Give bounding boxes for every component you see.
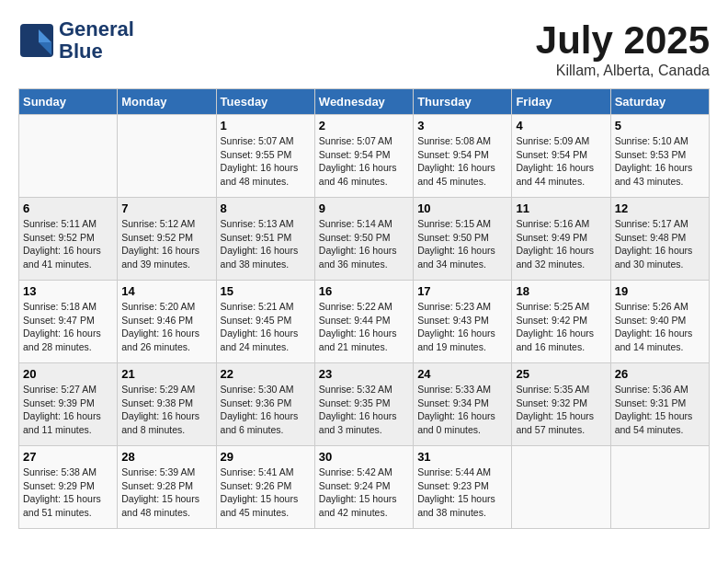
weekday-header: Thursday — [414, 89, 512, 115]
day-detail: Sunrise: 5:41 AM Sunset: 9:26 PM Dayligh… — [221, 465, 311, 520]
day-detail: Sunrise: 5:32 AM Sunset: 9:35 PM Dayligh… — [319, 383, 409, 437]
day-number: 19 — [615, 284, 705, 298]
day-number: 5 — [615, 119, 705, 132]
calendar-cell: 28Sunrise: 5:39 AM Sunset: 9:28 PM Dayli… — [118, 446, 216, 529]
month-title: July 2025 — [536, 18, 710, 63]
day-detail: Sunrise: 5:22 AM Sunset: 9:44 PM Dayligh… — [319, 300, 409, 354]
day-detail: Sunrise: 5:11 AM Sunset: 9:52 PM Dayligh… — [23, 217, 113, 271]
day-number: 30 — [319, 450, 409, 464]
day-number: 21 — [121, 367, 211, 381]
day-detail: Sunrise: 5:42 AM Sunset: 9:24 PM Dayligh… — [319, 465, 409, 520]
day-number: 10 — [417, 201, 507, 215]
day-number: 7 — [121, 201, 211, 215]
calendar-week-row: 1Sunrise: 5:07 AM Sunset: 9:55 PM Daylig… — [19, 115, 710, 198]
day-number: 18 — [516, 284, 606, 298]
day-detail: Sunrise: 5:09 AM Sunset: 9:54 PM Dayligh… — [516, 134, 606, 189]
calendar-cell: 4Sunrise: 5:09 AM Sunset: 9:54 PM Daylig… — [512, 115, 610, 198]
day-detail: Sunrise: 5:36 AM Sunset: 9:31 PM Dayligh… — [615, 383, 705, 437]
calendar-cell: 19Sunrise: 5:26 AM Sunset: 9:40 PM Dayli… — [610, 281, 709, 363]
day-detail: Sunrise: 5:35 AM Sunset: 9:32 PM Dayligh… — [516, 383, 606, 437]
logo-text: General Blue — [59, 18, 134, 63]
weekday-header: Wednesday — [314, 89, 413, 115]
day-number: 26 — [615, 367, 705, 381]
logo-icon — [18, 22, 55, 59]
calendar-cell: 2Sunrise: 5:07 AM Sunset: 9:54 PM Daylig… — [314, 115, 413, 198]
day-number: 8 — [221, 201, 311, 215]
day-number: 11 — [516, 201, 606, 215]
day-detail: Sunrise: 5:17 AM Sunset: 9:48 PM Dayligh… — [615, 217, 705, 271]
calendar-cell: 22Sunrise: 5:30 AM Sunset: 9:36 PM Dayli… — [216, 363, 314, 446]
calendar-cell: 11Sunrise: 5:16 AM Sunset: 9:49 PM Dayli… — [512, 198, 610, 281]
weekday-header: Tuesday — [216, 89, 314, 115]
day-detail: Sunrise: 5:18 AM Sunset: 9:47 PM Dayligh… — [23, 300, 113, 354]
day-detail: Sunrise: 5:39 AM Sunset: 9:28 PM Dayligh… — [121, 465, 211, 520]
calendar-body: 1Sunrise: 5:07 AM Sunset: 9:55 PM Daylig… — [19, 115, 710, 529]
calendar-cell: 10Sunrise: 5:15 AM Sunset: 9:50 PM Dayli… — [414, 198, 512, 281]
calendar-cell: 25Sunrise: 5:35 AM Sunset: 9:32 PM Dayli… — [512, 363, 610, 446]
day-number: 12 — [615, 201, 705, 215]
day-detail: Sunrise: 5:13 AM Sunset: 9:51 PM Dayligh… — [221, 217, 311, 271]
day-number: 6 — [23, 201, 113, 215]
day-number: 3 — [417, 119, 507, 132]
day-number: 14 — [121, 284, 211, 298]
calendar-cell: 14Sunrise: 5:20 AM Sunset: 9:46 PM Dayli… — [118, 281, 216, 363]
day-detail: Sunrise: 5:12 AM Sunset: 9:52 PM Dayligh… — [121, 217, 211, 271]
calendar-cell: 29Sunrise: 5:41 AM Sunset: 9:26 PM Dayli… — [216, 446, 314, 529]
calendar-cell: 9Sunrise: 5:14 AM Sunset: 9:50 PM Daylig… — [314, 198, 413, 281]
calendar-cell: 18Sunrise: 5:25 AM Sunset: 9:42 PM Dayli… — [512, 281, 610, 363]
day-number: 29 — [221, 450, 311, 464]
day-number: 4 — [516, 119, 606, 132]
location: Killam, Alberta, Canada — [536, 63, 710, 79]
day-detail: Sunrise: 5:08 AM Sunset: 9:54 PM Dayligh… — [417, 134, 507, 189]
logo-line1: General — [59, 18, 134, 40]
calendar-cell: 31Sunrise: 5:44 AM Sunset: 9:23 PM Dayli… — [414, 446, 512, 529]
day-detail: Sunrise: 5:44 AM Sunset: 9:23 PM Dayligh… — [417, 465, 507, 520]
calendar-week-row: 6Sunrise: 5:11 AM Sunset: 9:52 PM Daylig… — [19, 198, 710, 281]
calendar-cell: 20Sunrise: 5:27 AM Sunset: 9:39 PM Dayli… — [19, 363, 118, 446]
logo: General Blue — [18, 18, 134, 63]
calendar-cell: 24Sunrise: 5:33 AM Sunset: 9:34 PM Dayli… — [414, 363, 512, 446]
day-detail: Sunrise: 5:29 AM Sunset: 9:38 PM Dayligh… — [121, 383, 211, 437]
page-header: General Blue July 2025 Killam, Alberta, … — [18, 18, 710, 79]
calendar-cell — [118, 115, 216, 198]
calendar-cell: 23Sunrise: 5:32 AM Sunset: 9:35 PM Dayli… — [314, 363, 413, 446]
day-detail: Sunrise: 5:14 AM Sunset: 9:50 PM Dayligh… — [319, 217, 409, 271]
calendar-cell — [512, 446, 610, 529]
weekday-header: Saturday — [610, 89, 709, 115]
day-number: 25 — [516, 367, 606, 381]
calendar-week-row: 13Sunrise: 5:18 AM Sunset: 9:47 PM Dayli… — [19, 281, 710, 363]
calendar-cell: 3Sunrise: 5:08 AM Sunset: 9:54 PM Daylig… — [414, 115, 512, 198]
day-number: 15 — [221, 284, 311, 298]
calendar-cell: 12Sunrise: 5:17 AM Sunset: 9:48 PM Dayli… — [610, 198, 709, 281]
calendar-cell: 15Sunrise: 5:21 AM Sunset: 9:45 PM Dayli… — [216, 281, 314, 363]
day-number: 1 — [221, 119, 311, 132]
calendar-cell: 16Sunrise: 5:22 AM Sunset: 9:44 PM Dayli… — [314, 281, 413, 363]
calendar-cell — [19, 115, 118, 198]
day-number: 27 — [23, 450, 113, 464]
calendar-cell — [610, 446, 709, 529]
calendar-cell: 13Sunrise: 5:18 AM Sunset: 9:47 PM Dayli… — [19, 281, 118, 363]
calendar-week-row: 20Sunrise: 5:27 AM Sunset: 9:39 PM Dayli… — [19, 363, 710, 446]
day-detail: Sunrise: 5:25 AM Sunset: 9:42 PM Dayligh… — [516, 300, 606, 354]
day-detail: Sunrise: 5:21 AM Sunset: 9:45 PM Dayligh… — [221, 300, 311, 354]
calendar-cell: 5Sunrise: 5:10 AM Sunset: 9:53 PM Daylig… — [610, 115, 709, 198]
logo-line2: Blue — [59, 40, 134, 63]
day-number: 31 — [417, 450, 507, 464]
calendar-cell: 1Sunrise: 5:07 AM Sunset: 9:55 PM Daylig… — [216, 115, 314, 198]
day-detail: Sunrise: 5:07 AM Sunset: 9:54 PM Dayligh… — [319, 134, 409, 189]
calendar-cell: 30Sunrise: 5:42 AM Sunset: 9:24 PM Dayli… — [314, 446, 413, 529]
day-detail: Sunrise: 5:30 AM Sunset: 9:36 PM Dayligh… — [221, 383, 311, 437]
day-detail: Sunrise: 5:33 AM Sunset: 9:34 PM Dayligh… — [417, 383, 507, 437]
day-number: 17 — [417, 284, 507, 298]
weekday-row: SundayMondayTuesdayWednesdayThursdayFrid… — [19, 89, 710, 115]
calendar-cell: 27Sunrise: 5:38 AM Sunset: 9:29 PM Dayli… — [19, 446, 118, 529]
calendar-header: SundayMondayTuesdayWednesdayThursdayFrid… — [19, 89, 710, 115]
title-block: July 2025 Killam, Alberta, Canada — [536, 18, 710, 79]
day-detail: Sunrise: 5:15 AM Sunset: 9:50 PM Dayligh… — [417, 217, 507, 271]
calendar-cell: 17Sunrise: 5:23 AM Sunset: 9:43 PM Dayli… — [414, 281, 512, 363]
day-number: 9 — [319, 201, 409, 215]
day-number: 13 — [23, 284, 113, 298]
day-detail: Sunrise: 5:23 AM Sunset: 9:43 PM Dayligh… — [417, 300, 507, 354]
day-detail: Sunrise: 5:07 AM Sunset: 9:55 PM Dayligh… — [221, 134, 311, 189]
day-detail: Sunrise: 5:10 AM Sunset: 9:53 PM Dayligh… — [615, 134, 705, 189]
